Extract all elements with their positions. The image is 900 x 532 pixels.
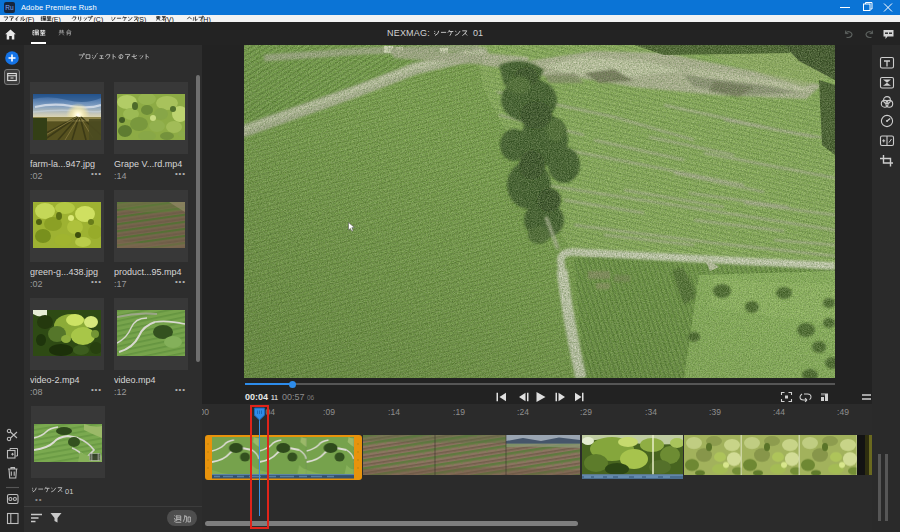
svg-text::44: :44 (773, 407, 785, 417)
svg-text::14: :14 (388, 407, 400, 417)
svg-text::24: :24 (517, 407, 529, 417)
svg-text::39: :39 (709, 407, 721, 417)
svg-text::34: :34 (645, 407, 657, 417)
svg-text::00: :00 (202, 407, 209, 417)
svg-text::09: :09 (323, 407, 335, 417)
svg-text::49: :49 (837, 407, 849, 417)
svg-text::19: :19 (453, 407, 465, 417)
svg-text::29: :29 (580, 407, 592, 417)
svg-text:Ru: Ru (5, 4, 14, 11)
